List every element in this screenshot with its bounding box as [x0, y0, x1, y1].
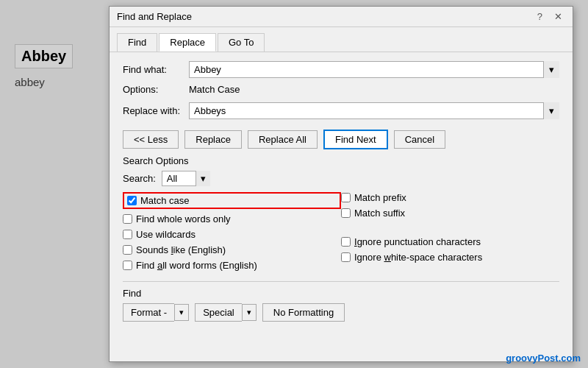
- search-row: Search: All Up Down ▾: [123, 171, 559, 186]
- sounds-like-checkbox[interactable]: [123, 245, 132, 255]
- bottom-buttons-row: Format - ▾ Special ▾ No Formatting: [123, 303, 559, 322]
- search-select-wrap: All Up Down ▾: [162, 171, 210, 186]
- wildcards-label[interactable]: Use wildcards: [136, 229, 196, 240]
- whole-words-item: Find whole words only: [123, 213, 341, 224]
- replace-with-label: Replace with:: [123, 105, 189, 116]
- ignore-whitespace-label[interactable]: Ignore white-space characters: [354, 252, 482, 263]
- wildcards-item: Use wildcards: [123, 229, 341, 240]
- preview-upper-text: Abbey: [15, 44, 73, 68]
- checkbox-col-left: Match case Find whole words only Use wil…: [123, 192, 341, 271]
- options-value: Match Case: [189, 84, 240, 95]
- search-options-title: Search Options: [123, 155, 559, 166]
- match-suffix-label[interactable]: Match suffix: [354, 208, 405, 219]
- tab-find[interactable]: Find: [117, 33, 157, 52]
- match-prefix-checkbox[interactable]: [341, 193, 351, 202]
- ignore-punctuation-item: Ignore punctuation characters: [341, 236, 559, 247]
- action-buttons-row: << Less Replace Replace All Find Next Ca…: [123, 130, 559, 149]
- all-word-forms-checkbox[interactable]: [123, 261, 132, 270]
- whole-words-label[interactable]: Find whole words only: [136, 213, 231, 224]
- all-word-forms-label[interactable]: Find all word forms (English): [136, 260, 257, 271]
- find-what-input[interactable]: [189, 61, 559, 78]
- checkbox-col-right: Match prefix Match suffix Ignore punctua…: [341, 192, 559, 271]
- replace-with-input[interactable]: [189, 102, 559, 119]
- special-button-group: Special ▾: [195, 303, 257, 322]
- match-prefix-item: Match prefix: [341, 192, 559, 203]
- dialog-title: Find and Replace: [117, 11, 192, 22]
- search-label: Search:: [123, 173, 156, 184]
- find-what-row: Find what: ▾: [123, 61, 559, 78]
- watermark-post: Post.com: [537, 353, 581, 364]
- replace-with-row: Replace with: ▾: [123, 102, 559, 119]
- match-case-checkbox[interactable]: [127, 196, 137, 205]
- find-what-label: Find what:: [123, 64, 189, 75]
- special-dropdown-arrow[interactable]: ▾: [242, 304, 257, 321]
- all-word-forms-item: Find all word forms (English): [123, 260, 341, 271]
- checkboxes-area: Match case Find whole words only Use wil…: [123, 192, 559, 271]
- special-button[interactable]: Special: [195, 303, 242, 322]
- left-preview: Abbey abbey: [0, 0, 109, 368]
- tab-bar: Find Replace Go To: [110, 27, 573, 52]
- ignore-whitespace-item: Ignore white-space characters: [341, 252, 559, 263]
- tab-replace[interactable]: Replace: [159, 33, 216, 52]
- watermark: groovyPost.com: [506, 353, 581, 364]
- find-what-input-wrap: ▾: [189, 61, 559, 78]
- no-formatting-button[interactable]: No Formatting: [262, 303, 345, 322]
- format-button-group: Format - ▾: [123, 303, 189, 322]
- ignore-punctuation-label[interactable]: Ignore punctuation characters: [354, 236, 481, 247]
- tab-goto[interactable]: Go To: [218, 33, 265, 52]
- find-replace-dialog: Find and Replace ? ✕ Find Replace Go To …: [109, 6, 573, 362]
- match-prefix-label[interactable]: Match prefix: [354, 192, 406, 203]
- match-suffix-item: Match suffix: [341, 208, 559, 219]
- match-suffix-checkbox[interactable]: [341, 208, 351, 218]
- sounds-like-label[interactable]: Sounds like (English): [136, 244, 226, 255]
- options-row: Options: Match Case: [123, 84, 559, 95]
- preview-lower-text: abbey: [15, 76, 45, 88]
- replace-button[interactable]: Replace: [184, 130, 242, 149]
- title-bar: Find and Replace ? ✕: [110, 7, 573, 27]
- match-case-label[interactable]: Match case: [140, 195, 189, 206]
- bottom-find-label: Find: [123, 288, 559, 299]
- cancel-button[interactable]: Cancel: [394, 130, 445, 149]
- match-case-highlight-box: Match case: [123, 192, 341, 209]
- find-next-button[interactable]: Find Next: [323, 130, 388, 149]
- less-button[interactable]: << Less: [123, 130, 179, 149]
- replace-all-button[interactable]: Replace All: [248, 130, 318, 149]
- bottom-section: Find Format - ▾ Special ▾ No Formatting: [123, 281, 559, 322]
- dialog-body: Find what: ▾ Options: Match Case Replace…: [110, 52, 573, 330]
- watermark-groovy: groovy: [506, 353, 537, 364]
- help-button[interactable]: ?: [534, 11, 545, 22]
- ignore-punctuation-checkbox[interactable]: [341, 237, 351, 247]
- close-button[interactable]: ✕: [551, 11, 565, 22]
- replace-with-dropdown[interactable]: ▾: [543, 102, 559, 119]
- sounds-like-item: Sounds like (English): [123, 244, 341, 255]
- wildcards-checkbox[interactable]: [123, 230, 132, 239]
- title-controls: ? ✕: [534, 11, 565, 22]
- format-dropdown-arrow[interactable]: ▾: [174, 304, 189, 321]
- ignore-whitespace-checkbox[interactable]: [341, 252, 351, 262]
- search-select[interactable]: All Up Down: [162, 171, 210, 186]
- options-label: Options:: [123, 84, 189, 95]
- replace-with-input-wrap: ▾: [189, 102, 559, 119]
- whole-words-checkbox[interactable]: [123, 214, 132, 224]
- format-button[interactable]: Format -: [123, 303, 174, 322]
- find-what-dropdown[interactable]: ▾: [543, 61, 559, 78]
